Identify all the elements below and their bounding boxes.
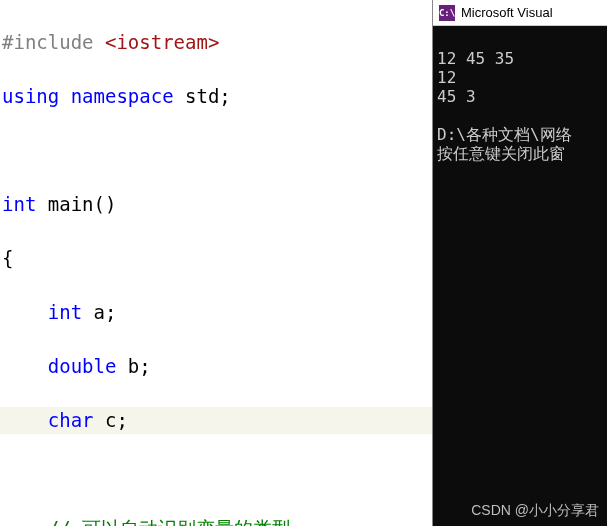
console-output[interactable]: 12 45 35 12 45 3 D:\各种文档\网络 按任意键关闭此窗 <box>433 26 607 526</box>
code-line[interactable]: double b; <box>0 353 432 380</box>
type-keyword: double <box>48 355 117 377</box>
code-line[interactable]: #include <iostream> <box>0 29 432 56</box>
identifier: main() <box>36 193 116 215</box>
code-line[interactable] <box>0 137 432 164</box>
type-keyword: char <box>48 409 94 431</box>
code-line[interactable]: int main() <box>0 191 432 218</box>
code-editor[interactable]: #include <iostream> using namespace std;… <box>0 0 432 526</box>
console-line: 45 3 <box>437 87 476 106</box>
code-line[interactable]: int a; <box>0 299 432 326</box>
console-line: 12 <box>437 68 456 87</box>
type-keyword: int <box>2 193 36 215</box>
keyword: using <box>2 85 59 107</box>
console-titlebar[interactable]: C:\ Microsoft Visual <box>433 0 607 26</box>
type-keyword: int <box>48 301 82 323</box>
code-line[interactable]: using namespace std; <box>0 83 432 110</box>
preprocessor: #include <box>2 31 105 53</box>
console-blank <box>437 106 603 125</box>
include-path: <iostream> <box>105 31 219 53</box>
comment: // 可以自动识别变量的类型 <box>48 517 291 526</box>
console-line: 按任意键关闭此窗 <box>437 144 565 163</box>
console-icon: C:\ <box>439 5 455 21</box>
console-line: D:\各种文档\网络 <box>437 125 572 144</box>
keyword: namespace <box>71 85 174 107</box>
identifier: std; <box>174 85 231 107</box>
code-line[interactable]: // 可以自动识别变量的类型 <box>0 515 432 526</box>
code-line-current[interactable]: char c; <box>0 407 432 434</box>
code-line[interactable] <box>0 461 432 488</box>
code-line[interactable]: { <box>0 245 432 272</box>
console-title: Microsoft Visual <box>461 5 553 20</box>
console-panel: C:\ Microsoft Visual 12 45 35 12 45 3 D:… <box>432 0 607 526</box>
brace: { <box>2 247 13 269</box>
console-line: 12 45 35 <box>437 49 514 68</box>
